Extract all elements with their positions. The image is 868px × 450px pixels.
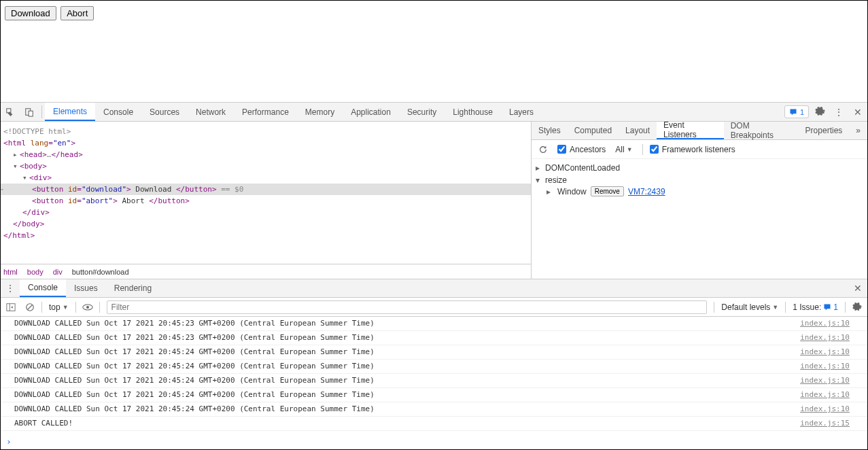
console-source-link[interactable]: index.js:10: [800, 319, 854, 328]
chevron-down-icon: ▼: [627, 146, 633, 153]
tab-security[interactable]: Security: [399, 103, 445, 121]
console-sidebar-toggle-icon[interactable]: [3, 300, 18, 315]
ancestors-label: Ancestors: [570, 145, 606, 154]
console-source-link[interactable]: index.js:10: [800, 376, 854, 385]
console-message: DOWNLOAD CALLED Sun Oct 17 2021 20:45:24…: [14, 404, 800, 414]
console-source-link[interactable]: index.js:15: [800, 419, 854, 428]
breadcrumb-item[interactable]: div: [53, 268, 63, 276]
console-row: ABORT CALLED!index.js:15: [1, 417, 867, 431]
tab-lighthouse[interactable]: Lighthouse: [445, 103, 501, 121]
drawer-menu-icon[interactable]: ⋮: [1, 279, 20, 297]
console-source-link[interactable]: index.js:10: [800, 362, 854, 371]
issues-chip[interactable]: 1: [784, 105, 809, 118]
elements-panel: <!DOCTYPE html> <html lang="en"> ▸<head>…: [1, 122, 532, 279]
console-prompt[interactable]: ›: [1, 434, 867, 449]
sidebar-tab-computed[interactable]: Computed: [568, 122, 619, 139]
console-message: ABORT CALLED!: [14, 419, 800, 428]
event-listener-item[interactable]: ▾resize: [536, 174, 863, 186]
refresh-icon[interactable]: [536, 142, 551, 157]
console-row: DOWNLOAD CALLED Sun Oct 17 2021 20:45:23…: [1, 317, 867, 331]
context-select[interactable]: top ▼: [46, 302, 71, 312]
console-message: DOWNLOAD CALLED Sun Oct 17 2021 20:45:23…: [14, 333, 800, 343]
chevron-down-icon: ▼: [772, 304, 778, 311]
download-button[interactable]: Download: [5, 6, 56, 20]
abort-button[interactable]: Abort: [60, 6, 94, 20]
sidebar-more-icon[interactable]: »: [849, 122, 867, 139]
console-drawer: ⋮ Console Issues Rendering ✕ top ▼: [1, 279, 867, 449]
breadcrumb: html body div button#download: [1, 264, 531, 279]
console-output[interactable]: DOWNLOAD CALLED Sun Oct 17 2021 20:45:23…: [1, 317, 867, 434]
sidebar-tab-layout[interactable]: Layout: [619, 122, 657, 139]
console-row: DOWNLOAD CALLED Sun Oct 17 2021 20:45:23…: [1, 331, 867, 345]
svg-rect-1: [29, 111, 33, 116]
tab-memory[interactable]: Memory: [297, 103, 343, 121]
issue-count: 1: [800, 108, 804, 116]
tab-elements[interactable]: Elements: [45, 103, 95, 121]
tab-performance[interactable]: Performance: [234, 103, 297, 121]
dom-doctype: <!DOCTYPE html>: [3, 127, 71, 136]
tab-layers[interactable]: Layers: [501, 103, 542, 121]
devtools-tabbar: Elements Console Sources Network Perform…: [1, 103, 867, 122]
drawer-tab-issues[interactable]: Issues: [66, 279, 106, 297]
vm-source-link[interactable]: VM7:2439: [628, 187, 665, 196]
expand-arrow-icon[interactable]: ▸: [546, 187, 553, 196]
dom-tree[interactable]: <!DOCTYPE html> <html lang="en"> ▸<head>…: [1, 122, 531, 264]
sidebar-tab-event-listeners[interactable]: Event Listeners: [657, 122, 724, 139]
console-settings-gear-icon[interactable]: [850, 300, 865, 315]
console-source-link[interactable]: index.js:10: [800, 333, 854, 343]
expand-arrow-icon[interactable]: ▸: [536, 162, 542, 174]
sidebar-tab-styles[interactable]: Styles: [532, 122, 568, 139]
clear-console-icon[interactable]: [22, 300, 37, 315]
close-devtools-icon[interactable]: ✕: [848, 103, 867, 121]
console-message: DOWNLOAD CALLED Sun Oct 17 2021 20:45:24…: [14, 390, 800, 400]
more-vert-icon[interactable]: ⋮: [829, 103, 848, 121]
drawer-tab-rendering[interactable]: Rendering: [106, 279, 160, 297]
dom-selected-node[interactable]: <button id="download"> Download </button…: [1, 184, 531, 195]
inspect-icon[interactable]: [1, 103, 20, 121]
device-toggle-icon[interactable]: [20, 103, 39, 121]
event-target-label: Window: [557, 187, 587, 196]
console-row: DOWNLOAD CALLED Sun Oct 17 2021 20:45:24…: [1, 345, 867, 360]
collapse-arrow-icon[interactable]: ▾: [536, 174, 542, 186]
console-message: DOWNLOAD CALLED Sun Oct 17 2021 20:45:24…: [14, 376, 800, 385]
chevron-down-icon: ▼: [63, 304, 69, 311]
console-source-link[interactable]: index.js:10: [800, 390, 854, 400]
breadcrumb-item[interactable]: html: [3, 268, 18, 276]
framework-label: Framework listeners: [662, 145, 735, 154]
console-message: DOWNLOAD CALLED Sun Oct 17 2021 20:45:24…: [14, 362, 800, 371]
log-levels-select[interactable]: Default levels ▼: [718, 302, 781, 312]
ancestors-checkbox[interactable]: Ancestors: [557, 145, 606, 154]
ancestors-checkbox-input[interactable]: [557, 145, 566, 154]
live-expression-icon[interactable]: [80, 300, 95, 315]
drawer-tab-console[interactable]: Console: [20, 279, 66, 297]
console-row: DOWNLOAD CALLED Sun Oct 17 2021 20:45:24…: [1, 374, 867, 388]
tab-application[interactable]: Application: [343, 103, 399, 121]
settings-gear-icon[interactable]: [810, 103, 829, 121]
console-message: DOWNLOAD CALLED Sun Oct 17 2021 20:45:24…: [14, 347, 800, 357]
console-filter-input[interactable]: [107, 300, 708, 314]
tab-sources[interactable]: Sources: [141, 103, 188, 121]
framework-checkbox[interactable]: Framework listeners: [650, 145, 735, 154]
console-row: DOWNLOAD CALLED Sun Oct 17 2021 20:45:24…: [1, 360, 867, 374]
tab-console[interactable]: Console: [95, 103, 141, 121]
console-source-link[interactable]: index.js:10: [800, 404, 854, 414]
drawer-close-icon[interactable]: ✕: [848, 279, 867, 297]
console-row: DOWNLOAD CALLED Sun Oct 17 2021 20:45:24…: [1, 402, 867, 417]
sidebar-tab-properties[interactable]: Properties: [799, 122, 850, 139]
console-row: DOWNLOAD CALLED Sun Oct 17 2021 20:45:24…: [1, 388, 867, 402]
remove-listener-button[interactable]: Remove: [591, 186, 624, 196]
framework-checkbox-input[interactable]: [650, 145, 659, 154]
breadcrumb-item[interactable]: body: [27, 268, 44, 276]
svg-point-7: [86, 306, 89, 309]
page-viewport: Download Abort: [1, 1, 867, 103]
scope-select[interactable]: All ▼: [612, 145, 635, 154]
event-listener-item[interactable]: ▸DOMContentLoaded: [536, 162, 863, 174]
breadcrumb-item[interactable]: button#download: [72, 268, 129, 276]
sidebar-tab-dom-breakpoints[interactable]: DOM Breakpoints: [724, 122, 799, 139]
console-source-link[interactable]: index.js:10: [800, 347, 854, 357]
issues-link[interactable]: 1 Issue: 1: [790, 302, 841, 312]
tab-network[interactable]: Network: [188, 103, 234, 121]
console-message: DOWNLOAD CALLED Sun Oct 17 2021 20:45:23…: [14, 319, 800, 328]
svg-line-5: [28, 305, 33, 309]
styles-sidebar: Styles Computed Layout Event Listeners D…: [532, 122, 867, 279]
